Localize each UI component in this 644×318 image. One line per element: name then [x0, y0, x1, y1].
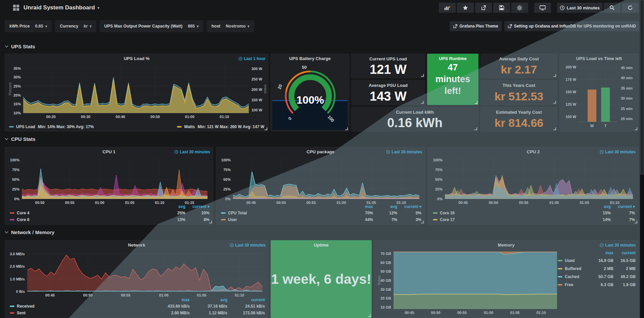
stat-value: kr 2.17 — [481, 61, 557, 78]
panel-ups-runtime: UPS Runtime 47 minutes left! — [427, 54, 478, 105]
search-button[interactable] — [604, 3, 620, 13]
link-influxdb-setup[interactable]: Setting up Grafana and InfluxDB for UPS … — [504, 21, 639, 31]
scrollbar-thumb[interactable] — [640, 0, 644, 174]
variable-ups-max-output[interactable]: UPS Max Output Power Capacity (Watt) 865… — [100, 20, 203, 32]
legend-sort-column[interactable]: max — [591, 251, 613, 255]
star-icon — [463, 5, 468, 10]
add-panel-button[interactable] — [439, 3, 456, 13]
svg-text:200 W: 200 W — [251, 88, 262, 92]
legend-series-name[interactable]: Buffered — [565, 266, 581, 271]
panel-resize-handle[interactable] — [635, 221, 637, 223]
panel-resize-handle[interactable] — [474, 127, 477, 130]
panel-resize-handle[interactable] — [553, 127, 556, 130]
legend-series-name[interactable]: Core 16 — [440, 211, 455, 215]
legend-series-name[interactable]: User — [228, 217, 237, 222]
panel-resize-handle[interactable] — [553, 74, 556, 77]
legend-sort-column[interactable]: current ▾ — [397, 204, 421, 209]
panel-time-range[interactable]: Last 30 minutes — [174, 150, 210, 154]
legend-series-name[interactable]: Cached — [565, 274, 579, 279]
legend-row: Core 1714%7% — [433, 216, 635, 223]
panel-time-range[interactable]: Last 30 minutes — [600, 243, 636, 248]
panel-resize-handle[interactable] — [635, 127, 637, 130]
panel-network: Network Last 30 minutes 00:4500:5000:550… — [5, 240, 269, 318]
link-grafana-plex-theme[interactable]: Grafana Plex Theme — [450, 21, 501, 31]
dashboard-grid-icon[interactable] — [13, 4, 19, 11]
chart-svg: 00:2000:3000:4000:5001:0001:1010%15%20%2… — [8, 62, 266, 120]
variable-currency[interactable]: Currency kr▾ — [55, 20, 96, 32]
legend-sort-column[interactable]: avg — [587, 204, 611, 209]
scrollbar[interactable] — [640, 0, 644, 318]
svg-text:0 B/s: 0 B/s — [16, 289, 25, 294]
share-button[interactable] — [475, 3, 492, 13]
panel-resize-handle[interactable] — [553, 101, 556, 104]
panel-resize-handle[interactable] — [421, 221, 424, 223]
legend-series-name[interactable]: Sent — [17, 311, 26, 315]
variable-host[interactable]: host Nostromo▾ — [207, 20, 254, 32]
legend-header: avgcurrent ▾ — [433, 203, 635, 210]
panel-time-range[interactable]: Last 30 minutes — [386, 150, 422, 154]
svg-text:10%: 10% — [13, 111, 21, 115]
share-icon — [481, 5, 486, 10]
time-range-picker[interactable]: Last 30 minutes — [557, 3, 602, 13]
variable-value-dropdown[interactable]: Nostromo▾ — [226, 24, 249, 29]
svg-text:200 W: 200 W — [565, 65, 576, 69]
legend-series-name[interactable]: Received — [17, 304, 35, 309]
legend-series-name[interactable]: Core 6 — [17, 217, 29, 222]
legend-value: 13% — [161, 217, 185, 222]
legend-sort-column[interactable]: current ▾ — [611, 204, 635, 209]
variable-value-dropdown[interactable]: 0.65▾ — [35, 24, 47, 29]
legend-series-name[interactable]: Free — [565, 282, 573, 287]
svg-text:01:10: 01:10 — [220, 115, 229, 119]
ups-load-chart: 00:2000:3000:4000:5001:0001:1010%15%20%2… — [8, 62, 266, 121]
legend-sort-column[interactable]: current — [227, 298, 265, 302]
legend-series-name[interactable]: Core 17 — [440, 217, 455, 222]
panel-resize-handle[interactable] — [421, 101, 424, 104]
variable-value-dropdown[interactable]: kr▾ — [84, 24, 91, 29]
svg-text:1.0 MB/s: 1.0 MB/s — [10, 277, 25, 281]
panel-time-range[interactable]: Last 1 hour — [238, 56, 266, 61]
refresh-button[interactable] — [622, 3, 639, 13]
svg-text:25 min: 25 min — [621, 107, 633, 111]
panel-resize-handle[interactable] — [421, 74, 424, 77]
dashboard-title[interactable]: Unraid System Dashboard ▾ — [24, 4, 99, 11]
svg-text:20 GB: 20 GB — [380, 296, 391, 300]
save-button[interactable] — [493, 3, 510, 13]
legend-sort-column[interactable]: current ▾ — [185, 204, 210, 209]
legend-series-name[interactable]: CPU Total — [228, 211, 247, 215]
clock-icon — [238, 57, 242, 61]
svg-text:01:10: 01:10 — [537, 311, 546, 315]
stat-value: 143 W — [352, 88, 425, 105]
legend-series-name[interactable]: Watts — [184, 124, 195, 129]
legend-sort-column[interactable]: current — [613, 251, 636, 255]
panel-time-range[interactable]: Last 30 minutes — [600, 150, 636, 154]
settings-button[interactable] — [511, 3, 528, 13]
legend-sort-column[interactable]: avg — [190, 298, 227, 302]
legend-sort-column[interactable]: avg — [161, 204, 185, 209]
stat-title: Current Load kWh — [352, 110, 478, 115]
legend-series-name[interactable]: Core 4 — [17, 211, 29, 215]
legend-sort-column[interactable]: max — [152, 298, 190, 302]
svg-text:100 W: 100 W — [565, 115, 576, 119]
panel-resize-handle[interactable] — [368, 314, 371, 317]
legend-series-name[interactable]: Used — [565, 258, 574, 263]
legend-sort-column[interactable]: avg — [373, 204, 397, 209]
panel-time-range[interactable]: Last 30 minutes — [230, 243, 266, 248]
cycle-view-button[interactable] — [534, 3, 551, 13]
legend-sort-column[interactable]: max — [349, 204, 373, 209]
legend-series-name[interactable]: UPS Load — [16, 124, 35, 129]
variable-value-dropdown[interactable]: 865▾ — [188, 24, 198, 29]
cpu2-chart: 00:4500:5000:5501:0001:0501:100%25%50%75… — [431, 155, 636, 206]
panel-resize-handle[interactable] — [209, 221, 212, 223]
svg-text:10 GB: 10 GB — [380, 305, 391, 309]
section-cpu-stats[interactable]: CPU Stats — [5, 136, 36, 142]
section-ups-stats[interactable]: UPS Stats — [5, 44, 35, 49]
section-network-memory[interactable]: Network / Memory — [5, 229, 54, 235]
legend-series-color — [221, 212, 226, 214]
variable-label: host — [212, 24, 220, 29]
variable-kwh-price[interactable]: kWh Price 0.65▾ — [5, 20, 52, 32]
panel-resize-handle[interactable] — [475, 101, 477, 104]
panel-resize-handle[interactable] — [265, 127, 267, 130]
legend-header: maxcurrent — [558, 249, 636, 257]
panel-resize-handle[interactable] — [345, 127, 348, 130]
star-button[interactable] — [457, 3, 474, 13]
